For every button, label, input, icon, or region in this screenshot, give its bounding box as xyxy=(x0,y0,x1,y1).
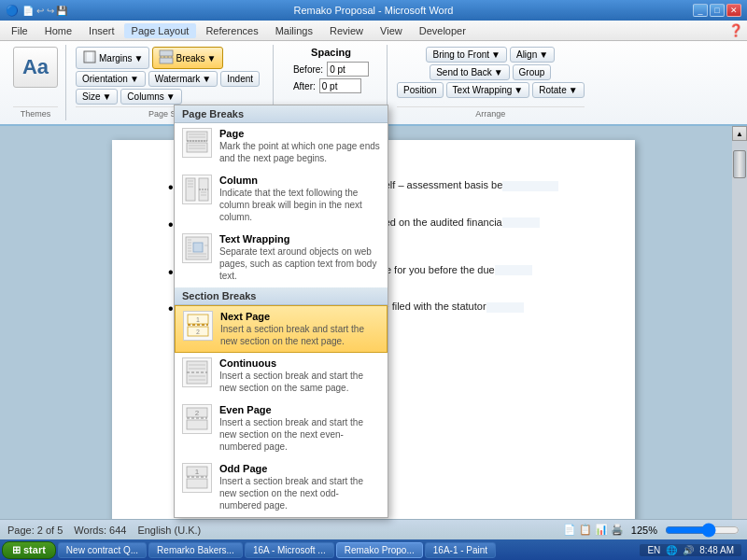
margins-button[interactable]: Margins ▼ xyxy=(76,47,149,69)
spacing-before-row: Before: xyxy=(293,62,369,77)
page-break-text: Page Mark the point at which one page en… xyxy=(219,128,380,164)
column-break-item[interactable]: Column Indicate that the text following … xyxy=(175,170,388,229)
language: English (U.K.) xyxy=(137,525,201,536)
svg-text:2: 2 xyxy=(195,409,200,417)
position-button[interactable]: Position xyxy=(397,82,444,98)
page-breaks-header: Page Breaks xyxy=(175,105,388,123)
menu-home[interactable]: Home xyxy=(37,23,79,38)
taskbar-item-3[interactable]: Remako Propo... xyxy=(336,542,423,558)
svg-text:1: 1 xyxy=(195,468,200,476)
menu-view[interactable]: View xyxy=(373,23,410,38)
bring-to-front-button[interactable]: Bring to Front▼ xyxy=(426,47,507,63)
position-label: Position xyxy=(403,85,437,95)
group-button[interactable]: Group xyxy=(513,64,552,80)
page-setup-row2: Orientation▼ Watermark▼ Indent xyxy=(76,71,260,87)
text-wrapping-item[interactable]: Text Wrapping Separate text around objec… xyxy=(175,229,388,287)
help-icon[interactable]: ❓ xyxy=(728,23,743,37)
page-break-icon xyxy=(182,128,212,158)
lang-indicator: EN xyxy=(647,545,660,555)
odd-page-desc: Insert a section break and start the new… xyxy=(219,475,380,511)
arrange-row3: Position Text Wrapping▼ Rotate▼ xyxy=(397,82,585,98)
watermark-label: Watermark xyxy=(155,74,201,84)
orientation-button[interactable]: Orientation▼ xyxy=(76,71,146,87)
scroll-track[interactable] xyxy=(732,141,747,560)
page-setup-row3: Size▼ Columns▼ xyxy=(76,89,182,105)
text-wrapping-button[interactable]: Text Wrapping▼ xyxy=(446,82,530,98)
bring-front-label: Bring to Front xyxy=(432,49,489,60)
send-to-back-button[interactable]: Send to Back▼ xyxy=(430,64,509,80)
group-label: Group xyxy=(519,67,545,77)
taskbar-item-1[interactable]: Remarko Bakers... xyxy=(148,542,243,558)
breaks-dropdown: Page Breaks Page Mark the point at which… xyxy=(174,105,388,518)
maximize-button[interactable]: □ xyxy=(710,4,725,17)
window-controls[interactable]: _ □ ✕ xyxy=(693,4,741,17)
system-tray: EN 🌐 🔊 8:48 AM xyxy=(640,544,741,556)
size-button[interactable]: Size▼ xyxy=(76,89,118,105)
taskbar-item-0[interactable]: New contract Q... xyxy=(58,542,147,558)
menu-developer[interactable]: Developer xyxy=(412,23,473,38)
after-input[interactable] xyxy=(319,78,361,93)
start-button[interactable]: ⊞ start xyxy=(2,541,56,559)
before-input[interactable] xyxy=(327,62,369,77)
minimize-button[interactable]: _ xyxy=(693,4,708,17)
spacing-label: Spacing xyxy=(311,47,351,58)
vertical-scrollbar[interactable]: ▲ ▼ xyxy=(732,126,747,560)
page-break-desc: Mark the point at which one page ends an… xyxy=(219,140,380,164)
themes-label: Themes xyxy=(13,106,58,119)
taskbar-item-2[interactable]: 16A - Microsoft ... xyxy=(245,542,334,558)
title-text: Remako Proposal - Microsoft Word xyxy=(294,5,454,16)
column-break-desc: Indicate that the text following the col… xyxy=(219,187,380,223)
odd-page-item[interactable]: 1 Odd Page Insert a section break and st… xyxy=(175,458,388,517)
spacing-inputs: Before: After: xyxy=(293,62,369,93)
view-icons[interactable]: 📄 📋 📊 🖨️ xyxy=(563,524,624,536)
column-break-title: Column xyxy=(219,175,380,186)
columns-button[interactable]: Columns▼ xyxy=(120,89,181,105)
themes-button[interactable]: Aa xyxy=(13,47,58,88)
svg-text:2: 2 xyxy=(196,329,200,335)
menu-page-layout[interactable]: Page Layout xyxy=(124,23,197,38)
indent-button[interactable]: Indent xyxy=(220,71,260,87)
indent-label: Indent xyxy=(227,74,253,84)
next-page-text: Next Page Insert a section break and sta… xyxy=(220,311,379,347)
menu-insert[interactable]: Insert xyxy=(81,23,122,38)
next-page-item[interactable]: 1 2 Next Page Insert a section break and… xyxy=(175,305,388,353)
orientation-label: Orientation xyxy=(82,74,128,84)
continuous-icon xyxy=(182,357,212,387)
spacing-after-row: After: xyxy=(293,78,369,93)
align-button[interactable]: Align▼ xyxy=(510,47,555,63)
menu-bar: File Home Insert Page Layout References … xyxy=(0,21,747,41)
column-break-icon xyxy=(182,175,212,204)
title-bar: 🔵 📄 ↩ ↪ 💾 Remako Proposal - Microsoft Wo… xyxy=(0,0,747,21)
page-break-item[interactable]: Page Mark the point at which one page en… xyxy=(175,123,388,170)
next-page-title: Next Page xyxy=(220,311,379,322)
svg-rect-47 xyxy=(187,479,207,488)
menu-file[interactable]: File xyxy=(4,23,35,38)
status-right: 📄 📋 📊 🖨️ 125% xyxy=(563,524,740,536)
even-page-item[interactable]: 2 Even Page Insert a section break and s… xyxy=(175,399,388,458)
text-wrapping-title: Text Wrapping xyxy=(219,233,380,245)
menu-review[interactable]: Review xyxy=(322,23,371,38)
svg-rect-6 xyxy=(187,132,207,141)
sound-icon: 🔊 xyxy=(683,545,694,555)
even-page-text: Even Page Insert a section break and sta… xyxy=(219,404,380,453)
page-break-title: Page xyxy=(219,128,380,139)
windows-logo: ⊞ xyxy=(12,544,21,556)
breaks-button[interactable]: Breaks ▼ xyxy=(152,47,222,69)
taskbar-item-4[interactable]: 16A-1 - Paint xyxy=(425,542,496,558)
size-label: Size xyxy=(82,91,100,102)
watermark-button[interactable]: Watermark▼ xyxy=(148,71,218,87)
continuous-item[interactable]: Continuous Insert a section break and st… xyxy=(175,353,388,399)
text-wrapping-label: Text Wrapping xyxy=(453,85,513,95)
scroll-up-button[interactable]: ▲ xyxy=(732,126,747,141)
rotate-button[interactable]: Rotate▼ xyxy=(532,82,584,98)
close-button[interactable]: ✕ xyxy=(726,4,741,17)
columns-label: Columns xyxy=(127,91,163,102)
even-page-icon: 2 xyxy=(182,404,212,434)
zoom-slider[interactable] xyxy=(665,525,740,536)
title-bar-left: 🔵 📄 ↩ ↪ 💾 xyxy=(6,5,67,17)
page-setup-row1: Margins ▼ Breaks ▼ xyxy=(76,47,223,69)
menu-mailings[interactable]: Mailings xyxy=(268,23,320,38)
scroll-thumb[interactable] xyxy=(733,150,746,178)
app-icon: 🔵 xyxy=(6,5,19,17)
menu-references[interactable]: References xyxy=(198,23,265,38)
